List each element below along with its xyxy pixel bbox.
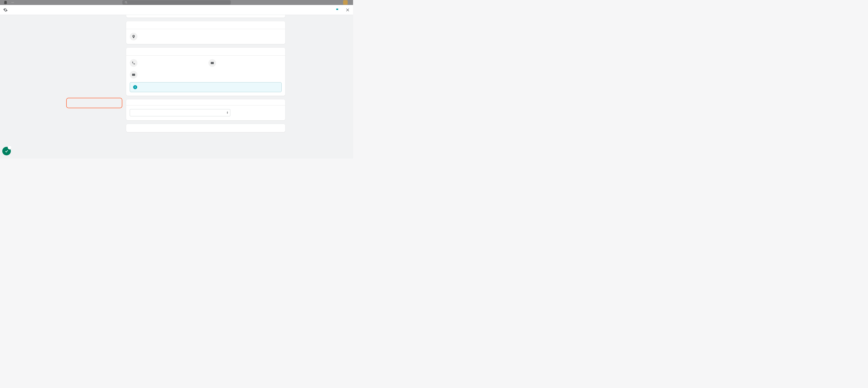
flag-icon [336,8,340,12]
address-card [126,21,285,44]
gear-icon [3,8,8,12]
contact-phone-row [130,59,203,67]
highlight-annotation [66,98,122,108]
settings-header [0,5,353,15]
checkmark-icon [4,149,8,153]
close-button[interactable] [345,8,350,12]
contact-sender-email-row [130,71,203,78]
shopify-logo [4,0,9,4]
edition-badge [11,2,14,3]
fab-badge [8,146,12,150]
svg-line-1 [127,3,127,4]
contact-card: i [126,47,285,96]
standards-card [126,124,285,132]
onboarding-fab[interactable] [2,147,11,155]
phone-icon [130,59,137,67]
store-currency-card: ▲▼ [126,99,285,120]
settings-body: i [0,15,353,159]
previous-card-bottom [126,15,285,18]
email-icon [130,71,137,78]
currency-select[interactable]: ▲▼ [130,109,230,116]
email-icon [209,59,216,67]
shopify-topbar-dimmed [0,0,353,5]
select-arrows-icon: ▲▼ [226,111,228,114]
user-avatar-dimmed [343,0,348,5]
svg-point-0 [125,1,127,3]
contact-account-email-row [209,59,282,67]
email-banner: i [130,82,282,92]
location-pin-icon [130,33,137,40]
setup-guide-button[interactable] [336,8,341,12]
global-search-dimmed [122,0,231,5]
info-icon: i [133,85,137,89]
